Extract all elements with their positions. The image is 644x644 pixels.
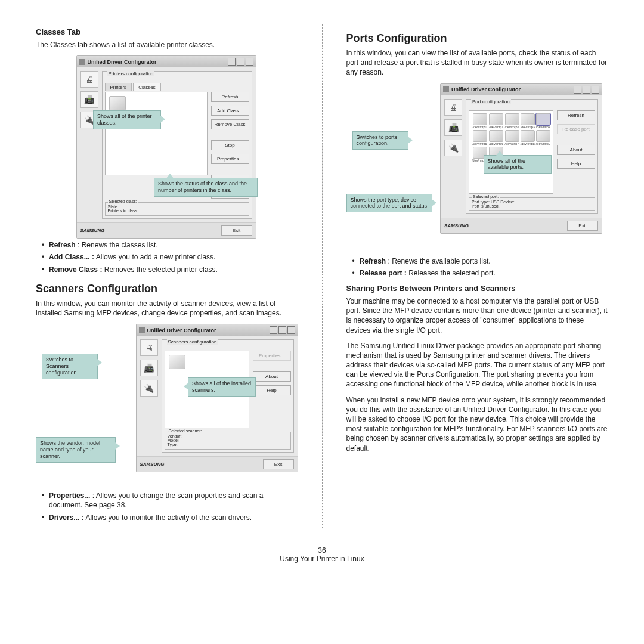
bold: Properties...: [49, 491, 90, 500]
ports-icon[interactable]: 🔌: [140, 380, 158, 397]
close-button[interactable]: [246, 58, 253, 66]
printers-icon[interactable]: 🖨: [80, 71, 98, 88]
port-icon[interactable]: [505, 130, 519, 142]
help-button[interactable]: Help: [253, 385, 291, 395]
sidebar: 🖨 📠 🔌: [80, 71, 98, 219]
printers-groupbox: Printers configuration Printers Classes: [102, 71, 252, 219]
text: Releases the selected port.: [407, 269, 496, 277]
port-icon[interactable]: [505, 113, 519, 125]
dialog-title: Unified Driver Configurator: [88, 59, 157, 65]
port-icon[interactable]: [521, 130, 535, 142]
release-port-button[interactable]: Release port: [557, 124, 595, 134]
page-number: 36: [36, 546, 608, 555]
selected-port-group: Selected port: Port type: USB Device: Po…: [469, 197, 595, 211]
sharing-p2: The Samsung Unified Linux Driver package…: [346, 341, 609, 389]
sharing-heading: Sharing Ports Between Printers and Scann…: [346, 284, 609, 293]
port-icon[interactable]: [473, 130, 487, 142]
min-button[interactable]: [574, 86, 581, 94]
stop-button[interactable]: Stop: [211, 140, 249, 150]
dialog-title: Unified Driver Configurator: [451, 86, 521, 92]
ports-icon[interactable]: 🔌: [444, 140, 462, 156]
right-column: Ports Configuration In this window, you …: [346, 24, 609, 528]
properties-button[interactable]: Properties...: [253, 351, 291, 361]
ports-intro: In this window, you can view the list of…: [346, 48, 609, 78]
ports-list[interactable]: /dev/mfp0/dev/mfp1/dev/mfp2/dev/mfp3/dev…: [469, 110, 553, 194]
scanner-device-icon: [169, 355, 185, 369]
classes-bullets: Refresh : Renews the classes list. Add C…: [36, 240, 298, 274]
scanners-icon[interactable]: 📠: [140, 360, 158, 376]
port-icon[interactable]: [473, 113, 487, 125]
exit-button[interactable]: Exit: [221, 225, 252, 236]
callout-classes-status: Shows the status of the class and the nu…: [154, 178, 258, 197]
printer-icon: [109, 96, 126, 110]
refresh-button[interactable]: Refresh: [557, 110, 595, 120]
scanners-intro: In this window, you can monitor the acti…: [36, 299, 298, 318]
count-label: Printers in class:: [108, 209, 246, 213]
printers-icon[interactable]: 🖨: [444, 99, 462, 116]
tab-classes[interactable]: Classes: [133, 83, 160, 91]
port-label: /dev/usb7: [504, 142, 519, 145]
groupbox-label: Printers configuration: [107, 71, 155, 76]
exit-button[interactable]: Exit: [263, 459, 294, 469]
groupbox-label: Scanners configuration: [167, 339, 218, 345]
tab-printers[interactable]: Printers: [105, 83, 132, 91]
port-label: /dev/mfp4: [536, 125, 550, 129]
close-button[interactable]: [592, 86, 599, 94]
model-label: Model:: [168, 438, 288, 442]
classes-heading: Classes Tab: [36, 27, 298, 36]
port-icon[interactable]: [536, 130, 550, 142]
add-class-button[interactable]: Add Class...: [211, 106, 249, 116]
sharing-p1: Your machine may be connected to a host …: [346, 296, 609, 335]
about-button[interactable]: About: [253, 371, 291, 382]
app-icon: [443, 86, 449, 92]
titlebar: Unified Driver Configurator: [77, 56, 256, 67]
column-divider: [322, 24, 323, 528]
callout-classes-list: Shows all of the printer classes.: [93, 110, 161, 129]
bold: Remove Class :: [49, 265, 102, 274]
groupbox-label: Port configuration: [471, 99, 511, 104]
bold: Refresh: [360, 257, 386, 265]
port-label: /dev/mfp5: [472, 142, 488, 145]
text: Allows you to add a new printer class.: [94, 253, 215, 261]
app-icon: [139, 327, 145, 333]
scanners-bullets: Properties... : Allows you to change the…: [36, 491, 298, 522]
callout-switch-ports: Switches to ports configuration.: [352, 131, 408, 150]
max-button[interactable]: [237, 58, 244, 66]
help-button[interactable]: Help: [557, 159, 595, 169]
properties-button[interactable]: Properties...: [211, 154, 249, 164]
min-button[interactable]: [228, 58, 236, 66]
max-button[interactable]: [583, 86, 590, 94]
left-column: Classes Tab The Classes tab shows a list…: [36, 24, 298, 528]
port-icon[interactable]: [521, 113, 535, 125]
close-button[interactable]: [287, 326, 295, 334]
classes-list[interactable]: [105, 92, 208, 175]
classes-intro: The Classes tab shows a list of availabl…: [36, 40, 298, 49]
scanners-icon[interactable]: 📠: [444, 119, 462, 136]
callout-scanners-list: Shows all of the installed scanners.: [188, 377, 256, 397]
exit-button[interactable]: Exit: [567, 221, 598, 231]
scanners-heading: Scanners Configuration: [36, 283, 298, 295]
scanners-figure: Unified Driver Configurator 🖨 📠 🔌 Scann: [36, 324, 298, 485]
max-button[interactable]: [278, 326, 286, 334]
classes-dialog: Unified Driver Configurator 🖨 📠 🔌 Print: [76, 55, 256, 239]
bold: Add Class... :: [49, 253, 94, 261]
port-icon[interactable]: [489, 113, 503, 125]
port-status-label: Port is unused.: [472, 204, 592, 208]
remove-class-button[interactable]: Remove Class: [211, 119, 249, 129]
state-label: State:: [108, 205, 246, 209]
port-label: /dev/mfp1: [489, 125, 503, 129]
printers-icon[interactable]: 🖨: [140, 339, 158, 356]
callout-switch-scanners: Switches to Scanners configuration.: [42, 354, 98, 379]
about-button[interactable]: About: [557, 145, 595, 155]
port-icon[interactable]: [489, 130, 503, 142]
sharing-p3: When you install a new MFP device onto y…: [346, 395, 609, 453]
port-label: /dev/mfp8: [521, 142, 535, 145]
titlebar: Unified Driver Configurator: [441, 84, 602, 95]
port-icon[interactable]: [536, 113, 550, 125]
min-button[interactable]: [270, 326, 277, 334]
refresh-button[interactable]: Refresh: [211, 92, 249, 102]
bold: Refresh: [49, 241, 76, 249]
classes-figure: Unified Driver Configurator 🖨 📠 🔌 Print: [36, 55, 298, 234]
scanners-icon[interactable]: 📠: [80, 91, 98, 108]
logo: SAMSUNG: [444, 223, 567, 228]
